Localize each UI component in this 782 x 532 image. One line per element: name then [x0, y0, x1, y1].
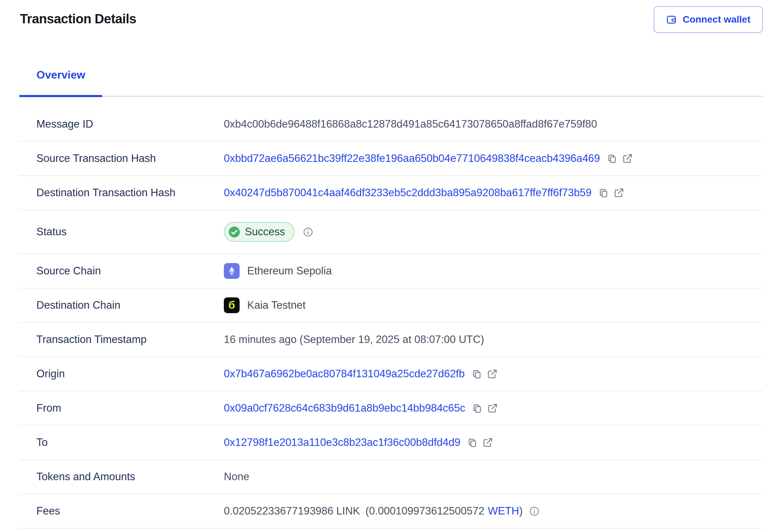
wallet-icon — [666, 14, 677, 25]
row-value-source-transaction-hash: 0xbbd72ae6a56621bc39ff22e38fe196aa650b04… — [224, 152, 633, 165]
tokens-and-amounts-value: None — [224, 471, 249, 483]
row-value-message-id: 0xb4c00b6de96488f16868a8c12878d491a85c64… — [224, 118, 597, 130]
connect-wallet-label: Connect wallet — [682, 14, 750, 25]
table-row-status: StatusSuccess — [19, 210, 763, 254]
table-row-from: From0x09a0cf7628c64c683b9d61a8b9ebc14bb9… — [19, 391, 763, 426]
page-header: Transaction Details Connect wallet — [19, 0, 763, 33]
source-chain-name: Ethereum Sepolia — [247, 265, 332, 277]
row-label-destination-transaction-hash: Destination Transaction Hash — [36, 187, 224, 199]
row-label-status: Status — [36, 226, 224, 238]
check-circle-icon — [228, 226, 240, 238]
table-row-transaction-timestamp: Transaction Timestamp16 minutes ago (Sep… — [19, 323, 763, 357]
external-link-icon[interactable] — [614, 188, 624, 198]
table-row-source-chain: Source ChainEthereum Sepolia — [19, 254, 763, 288]
row-value-destination-transaction-hash: 0x40247d5b870041c4aaf46df3233eb5c2ddd3ba… — [224, 187, 624, 199]
row-label-origin: Origin — [36, 368, 224, 380]
source-transaction-hash-link[interactable]: 0xbbd72ae6a56621bc39ff22e38fe196aa650b04… — [224, 152, 600, 165]
tab-overview[interactable]: Overview — [19, 69, 102, 96]
row-label-tokens-and-amounts: Tokens and Amounts — [36, 471, 224, 483]
external-link-icon[interactable] — [622, 153, 633, 164]
row-label-source-transaction-hash: Source Transaction Hash — [36, 152, 224, 165]
external-link-icon[interactable] — [487, 369, 497, 379]
table-row-to: To0x12798f1e2013a110e3c8b23ac1f36c00b8df… — [19, 426, 763, 460]
row-value-origin: 0x7b467a6962be0ac80784f131049a25cde27d62… — [224, 368, 497, 380]
row-label-from: From — [36, 402, 224, 414]
ethereum-icon — [224, 263, 240, 279]
row-label-source-chain: Source Chain — [36, 265, 224, 277]
row-value-status: Success — [224, 222, 313, 242]
table-row-message-id: Message ID0xb4c00b6de96488f16868a8c12878… — [19, 107, 763, 142]
external-link-icon[interactable] — [487, 403, 498, 413]
row-actions — [472, 369, 497, 379]
row-value-source-chain: Ethereum Sepolia — [224, 263, 332, 279]
fee-secondary: (0.000109973612500572 — [365, 505, 484, 517]
row-label-destination-chain: Destination Chain — [36, 299, 224, 311]
transaction-details-page: Transaction Details Connect wallet Overv… — [0, 0, 782, 529]
copy-icon[interactable] — [472, 369, 482, 379]
table-row-fees: Fees0.02052233677193986 LINK(0.000109973… — [19, 494, 763, 529]
row-value-from: 0x09a0cf7628c64c683b9d61a8b9ebc14bb984c6… — [224, 402, 498, 414]
row-value-to: 0x12798f1e2013a110e3c8b23ac1f36c00b8dfd4… — [224, 436, 493, 449]
destination-chain-name: Kaia Testnet — [247, 299, 306, 311]
row-actions — [467, 437, 493, 448]
fee-token-link[interactable]: WETH — [488, 505, 519, 517]
transaction-timestamp-value: 16 minutes ago (September 19, 2025 at 08… — [224, 333, 484, 346]
destination-transaction-hash-link[interactable]: 0x40247d5b870041c4aaf46df3233eb5c2ddd3ba… — [224, 187, 591, 199]
fees-info-icon[interactable] — [529, 506, 540, 517]
table-row-destination-chain: Destination ChainбKaia Testnet — [19, 288, 763, 323]
row-value-tokens-and-amounts: None — [224, 471, 249, 483]
status-badge-label: Success — [245, 226, 285, 238]
connect-wallet-button[interactable]: Connect wallet — [654, 6, 763, 33]
table-row-destination-transaction-hash: Destination Transaction Hash0x40247d5b87… — [19, 176, 763, 210]
kaia-glyph: б — [228, 299, 235, 310]
row-label-transaction-timestamp: Transaction Timestamp — [36, 333, 224, 346]
message-id-value: 0xb4c00b6de96488f16868a8c12878d491a85c64… — [224, 118, 597, 130]
origin-link[interactable]: 0x7b467a6962be0ac80784f131049a25cde27d62… — [224, 368, 465, 380]
copy-icon[interactable] — [467, 437, 478, 448]
row-label-message-id: Message ID — [36, 118, 224, 130]
table-row-tokens-and-amounts: Tokens and AmountsNone — [19, 460, 763, 494]
table-row-origin: Origin0x7b467a6962be0ac80784f131049a25cd… — [19, 357, 763, 391]
fee-suffix: ) — [519, 505, 522, 517]
row-actions — [607, 153, 633, 164]
tab-bar: Overview — [19, 69, 763, 97]
external-link-icon[interactable] — [483, 437, 493, 448]
copy-icon[interactable] — [598, 188, 609, 198]
row-label-to: To — [36, 436, 224, 449]
row-value-destination-chain: бKaia Testnet — [224, 297, 306, 313]
row-actions — [472, 403, 498, 413]
row-value-transaction-timestamp: 16 minutes ago (September 19, 2025 at 08… — [224, 333, 484, 346]
kaia-icon: б — [224, 297, 240, 313]
row-value-fees: 0.02052233677193986 LINK(0.0001099736125… — [224, 505, 540, 517]
status-info-icon[interactable] — [303, 227, 313, 237]
row-actions — [598, 188, 624, 198]
details-table: Message ID0xb4c00b6de96488f16868a8c12878… — [19, 107, 763, 529]
status-badge: Success — [224, 222, 295, 242]
fee-primary: 0.02052233677193986 LINK — [224, 505, 360, 517]
copy-icon[interactable] — [472, 403, 482, 413]
row-label-fees: Fees — [36, 505, 224, 517]
copy-icon[interactable] — [607, 153, 617, 164]
from-link[interactable]: 0x09a0cf7628c64c683b9d61a8b9ebc14bb984c6… — [224, 402, 465, 414]
tab-overview-label: Overview — [36, 69, 85, 81]
page-title: Transaction Details — [20, 12, 136, 26]
to-link[interactable]: 0x12798f1e2013a110e3c8b23ac1f36c00b8dfd4… — [224, 436, 460, 449]
table-row-source-transaction-hash: Source Transaction Hash0xbbd72ae6a56621b… — [19, 142, 763, 176]
